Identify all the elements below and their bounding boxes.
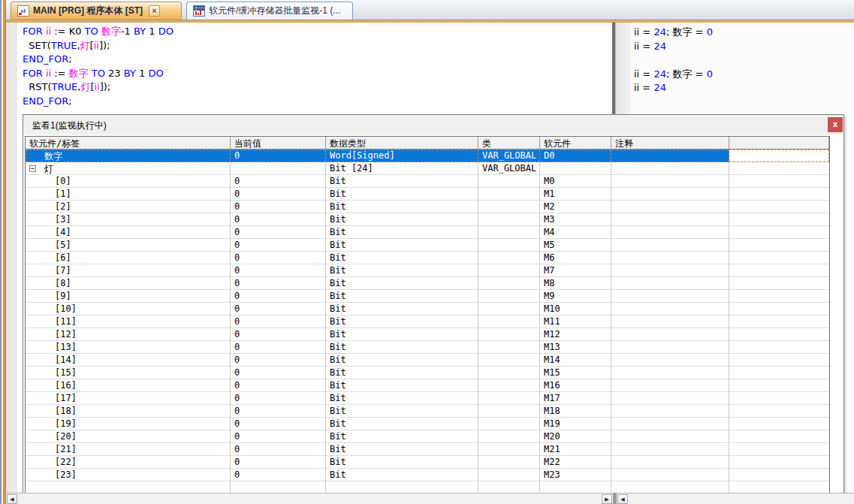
- code-token-pl: := K0: [54, 26, 84, 37]
- watch-row[interactable]: [6]0BitM6: [26, 252, 829, 264]
- device-cell: M19: [540, 418, 611, 430]
- device-label-cell: [21]: [26, 443, 231, 456]
- watch-row[interactable]: [0]0BitM0: [26, 175, 829, 188]
- data-type-cell: Bit: [326, 418, 478, 430]
- spare-cell: [729, 367, 829, 379]
- header-cell[interactable]: 软元件: [540, 137, 611, 149]
- watch-row[interactable]: [22]0BitM22: [26, 456, 829, 469]
- watch-row[interactable]: [7]0BitM7: [26, 264, 829, 277]
- comment-cell: [611, 430, 729, 443]
- watch-titlebar[interactable]: 监看1(监视执行中) x: [23, 115, 843, 134]
- value-cell: 0: [231, 264, 326, 277]
- device-cell: M0: [540, 175, 611, 188]
- header-cell[interactable]: 类: [478, 137, 540, 149]
- value-cell: 0: [231, 201, 326, 213]
- header-cell[interactable]: 当前值: [231, 137, 326, 149]
- watch-row[interactable]: [17]0BitM17: [26, 392, 829, 405]
- device-cell: M17: [540, 392, 611, 405]
- class-cell: [478, 188, 540, 201]
- value-cell: 0: [231, 303, 326, 315]
- watch-row[interactable]: [2]0BitM2: [26, 201, 829, 213]
- monitor-horizontal-scrollbar[interactable]: ◀: [617, 493, 854, 504]
- spare-cell: [729, 443, 829, 456]
- value-cell: 0: [231, 354, 326, 367]
- data-type-cell: Bit: [326, 430, 478, 443]
- collapse-minus-icon[interactable]: −: [29, 165, 36, 172]
- comment-cell: [611, 405, 729, 418]
- value-cell: 0: [231, 175, 326, 188]
- watch-row[interactable]: [12]0BitM12: [26, 328, 829, 341]
- header-cell[interactable]: [729, 137, 829, 149]
- value-cell: 0: [231, 149, 326, 162]
- watch-row[interactable]: [20]0BitM20: [26, 430, 829, 443]
- watch-row[interactable]: [21]0BitM21: [26, 443, 829, 456]
- comment-cell: [611, 239, 729, 252]
- comment-cell: [611, 418, 729, 430]
- spare-cell: [729, 162, 829, 175]
- spare-cell: [729, 226, 829, 239]
- code-token-var: ii: [46, 68, 54, 79]
- code-token-kw: TO: [85, 26, 101, 37]
- code-horizontal-scrollbar[interactable]: ◀ ▶: [6, 493, 613, 504]
- watch-row[interactable]: [19]0BitM19: [26, 418, 829, 430]
- data-type-cell: Bit: [326, 303, 478, 315]
- code-token-var: 数字: [69, 68, 92, 79]
- watch-row[interactable]: [1]0BitM1: [26, 188, 829, 201]
- tab-close-icon[interactable]: ×: [149, 5, 160, 17]
- header-cell[interactable]: 软元件/标签: [26, 137, 231, 149]
- scroll-left-icon[interactable]: ◀: [617, 494, 628, 504]
- spare-cell: [729, 213, 829, 226]
- device-label-cell: [19]: [26, 418, 231, 430]
- watch-row[interactable]: [8]0BitM8: [26, 277, 829, 290]
- class-cell: [478, 277, 540, 290]
- data-type-cell: Bit: [326, 341, 478, 354]
- device-cell: M18: [540, 405, 611, 418]
- data-type-cell: Bit: [326, 315, 478, 328]
- watch-row[interactable]: [14]0BitM14: [26, 354, 829, 367]
- device-label-cell: [18]: [26, 405, 231, 418]
- watch-row[interactable]: [16]0BitM16: [26, 379, 829, 392]
- watch-row[interactable]: [13]0BitM13: [26, 341, 829, 354]
- data-type-cell: Bit: [326, 175, 478, 188]
- value-cell: 0: [231, 469, 326, 481]
- code-token-kw: FOR: [23, 26, 46, 37]
- value-cell: 0: [231, 252, 326, 264]
- code-token-pl: ii =: [634, 26, 653, 38]
- code-token-pl: ;: [68, 53, 71, 65]
- scroll-left-icon[interactable]: ◀: [7, 494, 17, 504]
- watch-row[interactable]: [9]0BitM9: [26, 290, 829, 303]
- device-label-cell: [23]: [26, 469, 231, 481]
- class-cell: [478, 341, 540, 354]
- data-type-cell: Word[Signed]: [326, 149, 478, 162]
- watch-row[interactable]: [23]0BitM23: [26, 469, 829, 481]
- data-type-cell: Bit: [326, 469, 478, 481]
- class-cell: [478, 315, 540, 328]
- watch-row[interactable]: −灯Bit [24]VAR_GLOBAL: [26, 162, 829, 175]
- code-token-var: 灯: [80, 40, 90, 51]
- watch-close-button[interactable]: x: [828, 117, 843, 132]
- monitor-line: [634, 53, 854, 68]
- code-line: END_FOR;: [23, 95, 611, 109]
- watch-row[interactable]: 数字0Word[Signed]VAR_GLOBALD0: [26, 149, 829, 162]
- watch-row[interactable]: [15]0BitM15: [26, 367, 829, 379]
- scroll-right-icon[interactable]: ▶: [602, 494, 612, 504]
- spare-cell: [729, 418, 829, 430]
- tab-main-program-st[interactable]: st MAIN [PRG] 程序本体 [ST] ×: [11, 2, 182, 20]
- header-cell[interactable]: 数据类型: [326, 137, 478, 149]
- tab-device-buffer-monitor[interactable]: 软元件/缓冲存储器批量监视-1 (...: [186, 2, 353, 20]
- watch-row[interactable]: [18]0BitM18: [26, 405, 829, 418]
- watch-row[interactable]: [5]0BitM5: [26, 239, 829, 252]
- comment-cell: [611, 328, 729, 341]
- code-token-pl: ]);: [99, 40, 110, 51]
- watch-row[interactable]: [4]0BitM4: [26, 226, 829, 239]
- device-label-cell: [11]: [26, 315, 231, 328]
- class-cell: [478, 392, 540, 405]
- header-cell[interactable]: 注释: [611, 137, 729, 149]
- watch-header-row[interactable]: 软元件/标签当前值数据类型类软元件注释: [26, 137, 829, 149]
- watch-row[interactable]: [10]0BitM10: [26, 303, 829, 315]
- device-label-cell: [3]: [26, 213, 231, 226]
- watch-row[interactable]: [3]0BitM3: [26, 213, 829, 226]
- monitor-line: ii = 24: [634, 81, 854, 95]
- device-label-cell: [20]: [26, 430, 231, 443]
- watch-row[interactable]: [11]0BitM11: [26, 315, 829, 328]
